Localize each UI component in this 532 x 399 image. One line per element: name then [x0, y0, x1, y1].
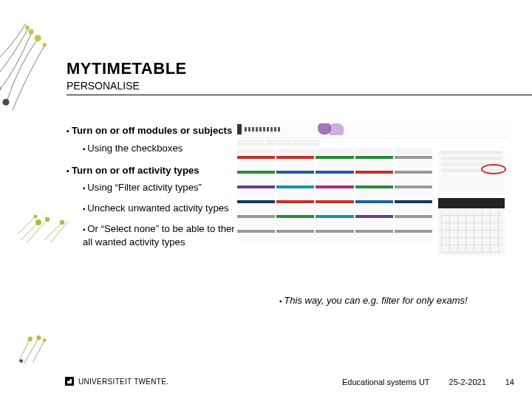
footer-logo: UNIVERSITEIT TWENTE. — [65, 377, 168, 386]
decoration-bottom-neuron — [12, 327, 60, 368]
ut-logo-icon — [65, 377, 74, 386]
svg-point-2 — [43, 43, 47, 47]
decoration-top-neuron — [0, 22, 59, 118]
screenshot-tabs — [234, 138, 508, 147]
svg-point-11 — [36, 335, 41, 340]
timetable-sidebar — [435, 147, 508, 259]
title-block: MYTIMETABLE PERSONALISE — [66, 59, 510, 92]
slide-title: MYTIMETABLE — [66, 59, 510, 78]
svg-point-6 — [35, 219, 41, 225]
ut-logo-mini — [237, 124, 284, 134]
footer-date: 25-2-2021 — [449, 378, 486, 386]
red-callout-circle — [481, 164, 506, 174]
svg-point-7 — [45, 217, 50, 222]
timetable-grid — [234, 147, 435, 259]
purple-splash-icon — [316, 123, 345, 135]
right-bullet-1: This way, you can e.g. filter for only e… — [279, 294, 494, 307]
decoration-mid-neuron — [15, 203, 74, 248]
footer-center-text: Educational systems UT — [342, 378, 430, 386]
svg-point-4 — [3, 99, 10, 106]
title-divider — [66, 95, 532, 95]
right-column-bullets: This way, you can e.g. filter for only e… — [279, 294, 494, 307]
slide-subtitle: PERSONALISE — [66, 80, 510, 92]
svg-point-8 — [60, 220, 64, 225]
screenshot-header — [234, 122, 508, 138]
embedded-screenshot — [234, 122, 508, 270]
svg-point-9 — [34, 215, 38, 219]
footer-page-number: 14 — [505, 378, 514, 386]
svg-point-3 — [25, 26, 29, 30]
footer-right: Educational systems UT 25-2-2021 14 — [342, 378, 514, 386]
svg-point-12 — [43, 338, 47, 342]
mini-calendar — [438, 198, 505, 256]
svg-point-13 — [20, 359, 24, 363]
svg-point-0 — [35, 35, 41, 41]
footer-org: UNIVERSITEIT TWENTE. — [78, 378, 168, 386]
svg-point-10 — [28, 337, 33, 341]
svg-point-1 — [29, 29, 34, 34]
svg-point-5 — [0, 86, 1, 92]
